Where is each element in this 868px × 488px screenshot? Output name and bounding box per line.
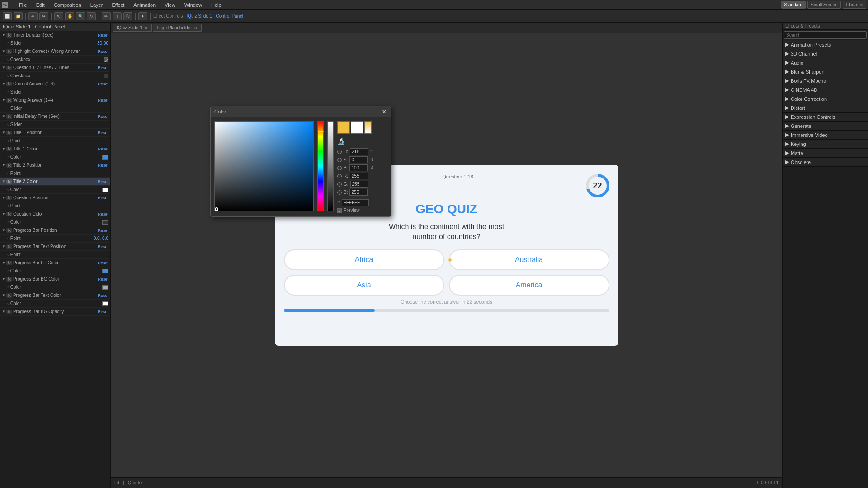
wrong-answer-reset[interactable]: Reset: [98, 98, 108, 103]
matte-section: ▶ Matte: [783, 149, 868, 158]
immersive-video-header[interactable]: ▶ Immersive Video: [783, 131, 868, 139]
cinema4d-header[interactable]: ▶ CINEMA 4D: [783, 85, 868, 94]
title2-pos-reset[interactable]: Reset: [98, 163, 108, 168]
answer-africa[interactable]: Africa: [284, 249, 444, 270]
puppet-tool[interactable]: ✦: [138, 12, 147, 20]
close-iquiz-tab[interactable]: ✕: [144, 26, 148, 30]
b2-radio[interactable]: [337, 190, 342, 195]
timer-reset[interactable]: Reset: [98, 33, 108, 38]
answer-asia[interactable]: Asia: [284, 275, 444, 296]
menu-effect[interactable]: Effect: [110, 1, 126, 9]
quality-setting[interactable]: Quarter: [128, 480, 143, 485]
question-pos-reset[interactable]: Reset: [98, 196, 108, 200]
pen-tool[interactable]: ✏: [102, 12, 111, 20]
progress-text-pos-reset[interactable]: Reset: [98, 244, 108, 249]
effects-search-input[interactable]: [784, 31, 867, 39]
h-radio[interactable]: [337, 150, 342, 154]
progress-text-swatch[interactable]: [102, 301, 108, 306]
answer-america[interactable]: America: [449, 275, 609, 296]
open-btn[interactable]: 📁: [14, 12, 23, 20]
question-color-reset[interactable]: Reset: [98, 212, 108, 216]
menu-file[interactable]: File: [17, 1, 29, 9]
question-lines-checkbox[interactable]: [104, 74, 108, 78]
menu-window[interactable]: Window: [183, 1, 204, 9]
highlight-checkbox[interactable]: ✓: [104, 57, 108, 62]
progress-bar-pos-reset[interactable]: Reset: [98, 228, 108, 233]
progress-text-color-reset[interactable]: Reset: [98, 293, 108, 298]
redo-btn[interactable]: ↪: [39, 12, 48, 20]
menu-edit[interactable]: Edit: [34, 1, 47, 9]
generate-header[interactable]: ▶ Generate: [783, 122, 868, 130]
g-radio[interactable]: [337, 182, 342, 187]
keying-header[interactable]: ▶ Keying: [783, 140, 868, 148]
color-correction-header[interactable]: ▶ Color Correction: [783, 94, 868, 103]
progress-bg-reset[interactable]: Reset: [98, 277, 108, 282]
hex-input[interactable]: [342, 199, 369, 206]
progress-bg-swatch[interactable]: [102, 285, 108, 290]
rotate-tool[interactable]: ↻: [87, 12, 96, 20]
color-gradient-picker[interactable]: [214, 121, 314, 211]
color-current-swatch[interactable]: [337, 121, 350, 134]
comp-tab-logo[interactable]: Logo Placeholder ✕: [153, 24, 202, 32]
blur-sharpen-header[interactable]: ▶ Blur & Sharpen: [783, 67, 868, 76]
menu-layer[interactable]: Layer: [89, 1, 105, 9]
color-hue-slider[interactable]: [317, 121, 324, 211]
undo-btn[interactable]: ↩: [28, 12, 38, 20]
r-radio[interactable]: [337, 174, 342, 178]
g-input[interactable]: [350, 181, 368, 188]
color-new-swatch[interactable]: [351, 121, 363, 134]
select-tool[interactable]: ↖: [54, 12, 63, 20]
menu-composition[interactable]: Composition: [52, 1, 83, 9]
initial-delay-reset[interactable]: Reset: [98, 114, 108, 119]
text-tool[interactable]: T: [113, 12, 122, 20]
correct-answer-reset[interactable]: Reset: [98, 82, 108, 86]
distort-header[interactable]: ▶ Distort: [783, 103, 868, 112]
s-radio[interactable]: [337, 158, 342, 162]
question-color-swatch[interactable]: [102, 220, 108, 225]
zoom-level[interactable]: Fit: [114, 480, 119, 485]
title1-color-reset[interactable]: Reset: [98, 147, 108, 151]
h-input[interactable]: [350, 148, 368, 155]
color-alpha-slider[interactable]: [327, 121, 334, 211]
b2-input[interactable]: [349, 189, 368, 196]
eyedropper-btn[interactable]: 🔬: [337, 137, 373, 145]
title2-color-swatch[interactable]: [102, 188, 108, 192]
zoom-tool[interactable]: 🔍: [76, 12, 85, 20]
workspace-standard[interactable]: Standard: [781, 1, 806, 9]
comp-tab-iquiz[interactable]: IQuiz Slide 1 ✕: [113, 24, 152, 32]
answer-australia[interactable]: Australia: [449, 249, 609, 270]
obsolete-header[interactable]: ▶ Obsolete: [783, 158, 868, 166]
workspace-small-screen[interactable]: Small Screen: [807, 1, 840, 9]
workspace-libraries[interactable]: Libraries: [843, 1, 866, 9]
title1-pos-reset[interactable]: Reset: [98, 131, 108, 135]
close-logo-tab[interactable]: ✕: [194, 26, 198, 30]
menu-help[interactable]: Help: [209, 1, 223, 9]
preview-checkbox-row[interactable]: ✓ Preview: [337, 208, 373, 213]
question-lines-reset[interactable]: Reset: [98, 66, 108, 70]
highlight-checkbox-row[interactable]: ○ Checkbox ✓: [0, 56, 110, 64]
highlight-reset[interactable]: Reset: [98, 49, 108, 54]
hand-tool[interactable]: ✋: [65, 12, 74, 20]
progress-bg-opacity-reset[interactable]: Reset: [98, 310, 108, 314]
progress-fill-swatch[interactable]: [102, 269, 108, 273]
new-composition-btn[interactable]: ⬜: [3, 12, 12, 20]
animation-presets-header[interactable]: ▶ Animation Presets: [783, 40, 868, 49]
menu-animation[interactable]: Animation: [132, 1, 157, 9]
boris-fx-header[interactable]: ▶ Boris FX Mocha: [783, 76, 868, 85]
3d-channel-header[interactable]: ▶ 3D Channel: [783, 49, 868, 58]
expression-controls-header[interactable]: ▶ Expression Controls: [783, 113, 868, 121]
matte-header[interactable]: ▶ Matte: [783, 149, 868, 157]
s-input[interactable]: [349, 156, 368, 163]
b-input[interactable]: [349, 164, 368, 171]
title2-color-reset[interactable]: Reset: [98, 179, 108, 184]
menu-view[interactable]: View: [163, 1, 177, 9]
color-dialog-close-btn[interactable]: ✕: [382, 108, 387, 115]
question-lines-checkbox-row[interactable]: ○ Checkbox: [0, 72, 110, 80]
shape-tool[interactable]: ⬡: [123, 12, 132, 20]
r-input[interactable]: [350, 173, 368, 179]
audio-header[interactable]: ▶ Audio: [783, 58, 868, 67]
b-radio[interactable]: [337, 166, 342, 170]
title1-color-swatch[interactable]: [102, 155, 108, 160]
progress-fill-reset[interactable]: Reset: [98, 261, 108, 265]
preview-checkbox[interactable]: ✓: [337, 208, 342, 213]
